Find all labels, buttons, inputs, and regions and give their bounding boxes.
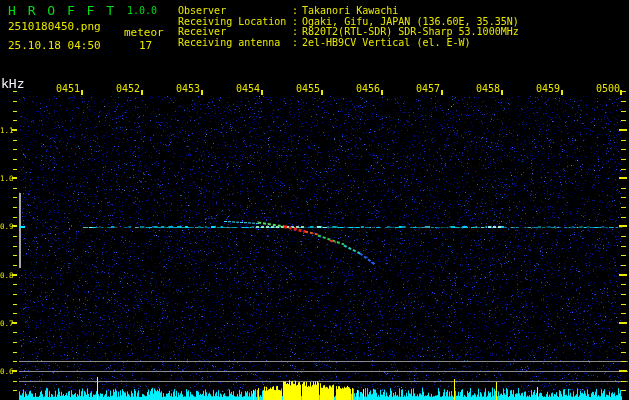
time-label: 0456: [356, 83, 380, 94]
time-label: 0453: [176, 83, 200, 94]
time-label: 0459: [536, 83, 560, 94]
freq-label: 1.1: [0, 126, 14, 135]
time-label: 0455: [296, 83, 320, 94]
hrofft-screenshot: H R O F F T 1.0.0 2510180450.png meteor …: [0, 0, 629, 400]
app-title: H R O F F T: [8, 3, 116, 18]
freq-label: 0.6: [0, 367, 14, 376]
freq-label: 0.7: [0, 319, 14, 328]
time-label: 0457: [416, 83, 440, 94]
info-value: 2el-HB9CV Vertical (el. E-W): [302, 38, 471, 49]
time-label: 0451: [56, 83, 80, 94]
time-label: 0454: [236, 83, 260, 94]
time-label: 0458: [476, 83, 500, 94]
mode-label: meteor: [124, 26, 164, 39]
freq-unit-label: kHz: [1, 76, 24, 91]
datetime-label: 25.10.18 04:50: [8, 39, 101, 52]
freq-label: 1.0: [0, 174, 14, 183]
app-version: 1.0.0: [127, 5, 157, 16]
freq-label: 0.9: [0, 222, 14, 231]
info-row: Receiving antenna:2el-HB9CV Vertical (el…: [178, 38, 519, 49]
filename-label: 2510180450.png: [8, 20, 101, 33]
time-label: 0452: [116, 83, 140, 94]
spectrogram-canvas: [0, 0, 629, 400]
info-separator: :: [292, 38, 302, 49]
freq-label: 0.8: [0, 271, 14, 280]
info-table: Observer:Takanori KawachiReceiving Locat…: [178, 6, 519, 49]
time-label: 0500: [596, 83, 620, 94]
info-label: Receiving antenna: [178, 38, 292, 49]
echo-count-label: 17: [139, 39, 152, 52]
